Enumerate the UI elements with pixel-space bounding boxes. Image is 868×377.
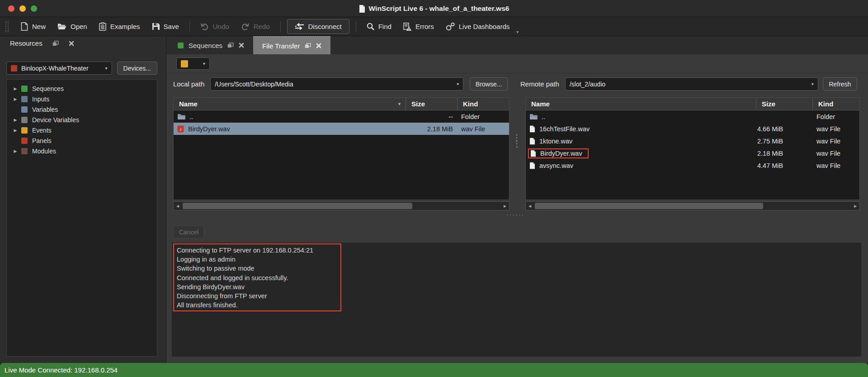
device-selector-value: BinloopX-WhaleTheater — [21, 65, 89, 72]
tree-item-variables[interactable]: Variables — [7, 104, 157, 115]
errors-button[interactable]: Errors — [397, 20, 440, 33]
disconnect-button[interactable]: Disconnect — [287, 19, 349, 34]
vertical-splitter-handle[interactable]: ⋮⋮ — [512, 135, 521, 147]
file-icon — [529, 138, 535, 145]
transfer-log: Connecting to FTP server on 192.168.0.25… — [172, 243, 861, 357]
float-tab-icon[interactable] — [227, 43, 234, 48]
local-path-label: Local path — [173, 80, 204, 88]
scrollbar-handle[interactable] — [535, 203, 763, 209]
tree-item-device-variables[interactable]: ▶ Device Variables — [7, 115, 157, 125]
sequences-icon — [21, 86, 28, 92]
browse-button[interactable]: Browse... — [470, 77, 508, 91]
remote-path-input[interactable]: /slot_2/audio ▾ — [565, 77, 818, 91]
sequences-tab-icon — [178, 43, 184, 48]
expander-icon[interactable]: ▶ — [11, 128, 19, 133]
remote-row-1ktone[interactable]: 1ktone.wav 2.75 MiB wav File — [526, 135, 859, 147]
clipboard-icon — [99, 22, 106, 31]
resources-panel: Resources BinloopX-WhaleTheater ▾ Device… — [0, 36, 166, 363]
chevron-down-icon: ▾ — [457, 81, 459, 86]
tree-item-modules[interactable]: ▶ Modules — [7, 146, 157, 156]
disconnect-icon — [295, 23, 304, 30]
live-dashboards-dropdown-caret[interactable]: ▾ — [516, 29, 519, 34]
remote-path-value: /slot_2/audio — [570, 81, 605, 88]
scrollbar-handle[interactable] — [183, 203, 412, 209]
scroll-left-icon[interactable]: ◀ — [174, 204, 182, 208]
open-folder-icon — [57, 23, 66, 30]
live-dashboards-icon — [446, 23, 455, 31]
scroll-right-icon[interactable]: ▶ — [501, 204, 509, 208]
chevron-down-icon: ▾ — [203, 61, 205, 66]
log-line: All transfers finished. — [177, 301, 338, 310]
remote-path-label: Remote path — [520, 80, 559, 88]
cancel-button[interactable]: Cancel — [173, 225, 204, 239]
toolbar-separator — [280, 21, 281, 32]
remote-row-avsync[interactable]: avsync.wav 4.47 MiB wav File — [526, 159, 859, 172]
tree-item-inputs[interactable]: ▶ Inputs — [7, 94, 157, 104]
chevron-down-icon: ▾ — [811, 81, 814, 86]
device-selector[interactable]: BinloopX-WhaleTheater ▾ — [6, 62, 112, 75]
expander-icon[interactable]: ▶ — [11, 118, 19, 122]
connection-status-text: Live Mode Connected: 192.168.0.254 — [5, 366, 118, 374]
expander-icon[interactable]: ▶ — [11, 86, 19, 91]
annotation-highlight-box: Connecting to FTP server on 192.168.0.25… — [173, 243, 341, 311]
remote-row-16chtestfile[interactable]: 16chTestFile.wav 4.66 MiB wav File — [526, 123, 859, 135]
local-column-size[interactable]: Size — [406, 98, 458, 110]
remote-horizontal-scrollbar[interactable]: ◀ ▶ — [525, 201, 860, 210]
local-horizontal-scrollbar[interactable]: ◀ ▶ — [173, 201, 509, 210]
remote-column-size[interactable]: Size — [756, 98, 813, 110]
local-column-name[interactable]: Name ▼ — [174, 98, 406, 110]
examples-button[interactable]: Examples — [93, 19, 146, 33]
remote-row-birdydyer[interactable]: BirdyDyer.wav 2.18 MiB wav File — [526, 147, 859, 159]
tree-item-panels[interactable]: Panels — [7, 135, 157, 146]
annotation-highlight-box: BirdyDyer.wav — [528, 148, 589, 158]
tab-file-transfer[interactable]: File Transfer — [253, 36, 330, 54]
find-button[interactable]: Find — [361, 20, 397, 33]
winscript-window: WinScript Live 6 - whale_of_a_theater.ws… — [0, 0, 868, 377]
file-icon — [529, 125, 535, 133]
file-transfer-pane: ▾ Local path /Users/Scott/Desktop/Media … — [166, 54, 868, 363]
save-button[interactable]: Save — [146, 20, 185, 33]
float-tab-icon[interactable] — [305, 43, 311, 48]
scroll-right-icon[interactable]: ▶ — [851, 204, 859, 208]
device-color-icon — [11, 65, 17, 72]
toolbar-separator — [356, 21, 356, 32]
tree-item-sequences[interactable]: ▶ Sequences — [7, 83, 157, 94]
new-file-icon — [21, 22, 28, 31]
remote-column-kind[interactable]: Kind — [813, 98, 859, 110]
sequence-selector[interactable]: ▾ — [176, 57, 210, 70]
local-row-birdydyer[interactable]: ♪ BirdyDyer.wav 2.18 MiB wav File — [174, 123, 509, 135]
tab-sequences[interactable]: Sequences — [169, 36, 253, 54]
errors-icon — [403, 23, 411, 31]
local-file-table: Name ▼ Size Kind .. -- Folder ♪ — [173, 97, 509, 200]
local-row-parent-dir[interactable]: .. -- Folder — [174, 110, 509, 123]
close-tab-icon[interactable] — [239, 43, 244, 48]
main-area: Sequences File Transfer ▾ Local path /Us… — [166, 36, 868, 363]
main-toolbar: New Open Examples Save Undo Redo Disconn… — [0, 17, 868, 36]
float-panel-icon[interactable] — [52, 41, 59, 46]
live-dashboards-button[interactable]: Live Dashboards — [440, 20, 516, 33]
new-button[interactable]: New — [15, 19, 52, 33]
svg-text:♪: ♪ — [179, 126, 182, 132]
expander-icon[interactable]: ▶ — [11, 97, 19, 101]
local-path-input[interactable]: /Users/Scott/Desktop/Media ▾ — [210, 77, 463, 91]
devices-button[interactable]: Devices... — [117, 62, 157, 75]
toolbar-separator — [189, 21, 190, 32]
horizontal-splitter-handle[interactable]: ······ — [506, 211, 524, 218]
save-icon — [152, 23, 160, 30]
redo-button[interactable]: Redo — [235, 20, 276, 33]
scroll-left-icon[interactable]: ◀ — [526, 204, 534, 208]
expander-icon[interactable]: ▶ — [11, 149, 19, 153]
close-panel-icon[interactable] — [69, 41, 74, 46]
local-column-kind[interactable]: Kind — [458, 98, 509, 110]
open-button[interactable]: Open — [52, 20, 93, 33]
tree-item-events[interactable]: ▶ Events — [7, 125, 157, 135]
audio-file-icon: ♪ — [177, 125, 184, 133]
undo-button[interactable]: Undo — [194, 20, 235, 33]
toolbar-grip[interactable] — [5, 21, 9, 32]
remote-column-name[interactable]: Name — [526, 98, 756, 110]
panels-icon — [21, 138, 28, 144]
close-tab-icon[interactable] — [316, 43, 321, 48]
tab-bar: Sequences File Transfer — [166, 36, 868, 54]
refresh-button[interactable]: Refresh — [823, 77, 857, 91]
remote-row-parent-dir[interactable]: .. Folder — [526, 110, 859, 123]
